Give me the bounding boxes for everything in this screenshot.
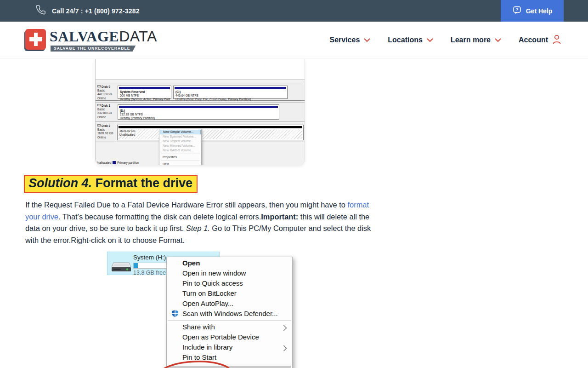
phone-block[interactable]: Call 24/7 : +1 (800) 972-3282 (36, 0, 140, 22)
nav-item-learn-more[interactable]: Learn more (451, 36, 501, 44)
drive-free-space: 13.8 GB free o (133, 270, 170, 276)
phone-number[interactable]: Call 24/7 : +1 (800) 972-3282 (52, 7, 140, 15)
menu-separator (161, 154, 200, 154)
nav-item-locations[interactable]: Locations (388, 36, 433, 44)
menu-item-help: Help (160, 162, 201, 165)
partition-d-drive: (D:) 232.88 GB NTFS Healthy (Primary Par… (118, 104, 279, 120)
menu-item-open-portable-device: Open as Portable Device (167, 332, 292, 342)
hard-drive-icon (111, 259, 132, 275)
menu-item-partial-highlighted (168, 366, 291, 368)
svg-text:?: ? (515, 7, 518, 12)
explorer-context-menu: Open Open in new window Pin to Quick acc… (166, 257, 293, 368)
menu-item-new-simple-volume: New Simple Volume... (160, 130, 201, 134)
disk-icon (97, 104, 101, 106)
menu-item-open-new-window: Open in new window (167, 268, 292, 278)
menu-item-pin-quick-access: Pin to Quick access (167, 278, 292, 288)
main-nav: Services Locations Learn more Account (329, 22, 561, 58)
article-content: Disk 0 Basic 447.13 GB Online System Res… (0, 58, 588, 368)
get-help-label: Get Help (526, 7, 553, 15)
menu-item-pin-to-start: Pin to Start (167, 352, 292, 362)
disk-context-menu: New Simple Volume... New Spanned Volume.… (159, 129, 202, 165)
disk1-label: Disk 1 Basic 232.88 GB Online (97, 104, 117, 119)
top-bar: Call 24/7 : +1 (800) 972-3282 ? Get Help (0, 0, 588, 22)
chevron-down-icon (364, 36, 370, 44)
primary-partition-legend-icon (113, 161, 116, 164)
chevron-down-icon (495, 36, 501, 44)
get-help-button[interactable]: ? Get Help (501, 0, 564, 22)
disk-icon (97, 85, 101, 87)
logo-tagline: SALVAGE THE UNRECOVERABLE (51, 46, 136, 52)
account-person-icon (552, 34, 561, 46)
menu-item-include-in-library: Include in library (167, 342, 292, 352)
menu-separator (168, 320, 291, 321)
drive-usage-fill (134, 263, 138, 268)
solution-heading: Solution 4. Format the drive (24, 175, 198, 193)
menu-item-share-with: Share with (167, 322, 292, 332)
menu-item-properties: Properties (160, 155, 201, 160)
logo-word-bold: SALVAGE (50, 28, 119, 45)
site-header: SALVAGEDATA SALVAGE THE UNRECOVERABLE Se… (0, 22, 588, 58)
disk-management-screenshot: Disk 0 Basic 447.13 GB Online System Res… (95, 59, 305, 165)
menu-item-open: Open (167, 258, 292, 268)
menu-separator (161, 161, 200, 161)
nav-item-account[interactable]: Account (519, 34, 561, 46)
solution-paragraph: If the Request Failed Due to a Fatal Dev… (25, 199, 375, 246)
phone-icon (36, 5, 46, 17)
chevron-down-icon (427, 36, 433, 44)
menu-separator (168, 364, 291, 364)
nav-item-services[interactable]: Services (329, 36, 370, 44)
logo-word-light: DATA (119, 28, 157, 45)
logo-cross-icon (25, 29, 46, 50)
partition-unallocated: 1678.02 GB Unallocated (117, 125, 304, 140)
partition-c-drive: (C:) 446.64 GB NTFS Healthy (Boot, Page … (173, 86, 288, 99)
disk2-label: Disk 2 Basic 1678.02 GB Online (97, 124, 117, 139)
disk0-label: Disk 0 Basic 447.13 GB Online (97, 85, 117, 100)
disk-row-0: Disk 0 Basic 447.13 GB Online System Res… (96, 84, 305, 101)
primary-partition-bar (119, 87, 170, 89)
primary-partition-bar (119, 106, 278, 108)
disk-row-1: Disk 1 Basic 232.88 GB Online (D:) 232.8… (96, 103, 305, 121)
brand-logo[interactable]: SALVAGEDATA SALVAGE THE UNRECOVERABLE (25, 29, 157, 52)
menu-item-new-striped-volume: New Striped Volume... (160, 139, 201, 144)
help-bubble-icon: ? (512, 6, 522, 17)
menu-item-new-raid5-volume: New RAID-5 Volume... (160, 148, 201, 153)
partition-system-reserved: System Reserved 500 MB NTFS Healthy (Sys… (118, 86, 171, 99)
windows-defender-icon (171, 310, 179, 321)
primary-partition-bar (175, 87, 286, 89)
menu-item-new-spanned-volume: New Spanned Volume... (160, 134, 201, 139)
menu-item-turn-on-bitlocker: Turn on BitLocker (167, 288, 292, 299)
menu-item-open-autoplay: Open AutoPlay... (167, 299, 292, 309)
drive-name: System (H:) (133, 254, 166, 261)
menu-item-new-mirrored-volume: New Mirrored Volume... (160, 144, 201, 148)
disk-legend: Unallocated Primary partition (95, 161, 139, 164)
disk-icon (97, 124, 101, 126)
unallocated-bar (119, 126, 302, 128)
menu-item-scan-defender: Scan with Windows Defender... (167, 309, 292, 319)
